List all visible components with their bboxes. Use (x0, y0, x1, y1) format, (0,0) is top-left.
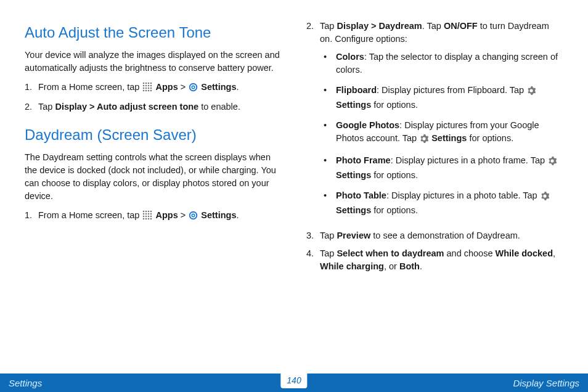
bullet-icon: • (320, 154, 336, 182)
intro-auto-adjust: Your device will analyze the images disp… (25, 49, 282, 75)
text: for options. (371, 100, 418, 110)
apps-label: Apps (155, 82, 178, 92)
gear-icon (541, 191, 549, 204)
settings-label: Settings (336, 205, 371, 215)
footer-left: Settings (9, 378, 42, 388)
text: , (553, 248, 555, 258)
text: for options. (371, 170, 418, 180)
step-body: Tap Preview to see a demonstration of Da… (320, 229, 563, 242)
page-number: 140 (280, 371, 307, 388)
option-body: Google Photos: Display pictures from you… (336, 119, 563, 147)
step-item: 4. Tap Select when to daydream and choos… (306, 247, 563, 273)
bold: While docked (496, 248, 553, 258)
apps-icon (142, 210, 152, 224)
step-item: 1. From a Home screen, tap Apps > Settin… (25, 209, 282, 224)
text: . (420, 261, 422, 271)
heading-daydream: Daydream (Screen Saver) (25, 125, 282, 146)
right-column: 2. Tap Display > Daydream. Tap ON/OFF to… (306, 20, 563, 370)
page-body: Auto Adjust the Screen Tone Your device … (0, 0, 588, 370)
bullet-icon: • (320, 189, 336, 217)
step-number: 2. (25, 100, 38, 113)
option-body: Flipboard: Display pictures from Flipboa… (336, 84, 563, 112)
separator: > (181, 210, 189, 220)
step-body: Tap Select when to daydream and choose W… (320, 247, 563, 273)
option-body: Photo Table: Display pictures in a photo… (336, 189, 563, 217)
step-number: 3. (306, 229, 320, 242)
bold: Both (399, 261, 420, 271)
step-body: From a Home screen, tap Apps > Settings. (38, 81, 282, 96)
settings-label: Settings (429, 133, 467, 143)
step-body: Tap Display > Daydream. Tap ON/OFF to tu… (320, 20, 563, 224)
option-title: Photo Frame (336, 155, 391, 165)
apps-icon (142, 82, 152, 96)
text: Tap (38, 102, 55, 112)
settings-icon (189, 83, 198, 96)
left-column: Auto Adjust the Screen Tone Your device … (25, 20, 282, 370)
apps-label: Apps (155, 210, 178, 220)
option-body: Photo Frame: Display pictures in a photo… (336, 154, 563, 182)
text: Tap (320, 21, 337, 31)
option-item: •Flipboard: Display pictures from Flipbo… (320, 84, 563, 112)
bold: Daydream (379, 21, 422, 31)
option-item: •Colors: Tap the selector to display a c… (320, 51, 563, 76)
text: and choose (444, 248, 495, 258)
daydream-options: •Colors: Tap the selector to display a c… (320, 51, 563, 217)
text: From a Home screen, tap (38, 210, 142, 220)
option-desc: : Display pictures from Flipboard. Tap (377, 85, 526, 95)
step-body: Tap Display > Auto adjust screen tone to… (38, 100, 282, 113)
footer-right: Display Settings (513, 378, 579, 388)
bullet-icon: • (320, 51, 336, 76)
text: for options. (467, 133, 513, 143)
text: . (236, 210, 239, 220)
bold: While charging (320, 261, 384, 271)
footer-bar: Settings 140 Display Settings (0, 374, 588, 392)
option-title: Flipboard (336, 85, 377, 95)
text: . (236, 82, 239, 92)
step-number: 2. (306, 20, 320, 224)
separator: > (181, 82, 189, 92)
gear-icon (527, 86, 536, 99)
heading-auto-adjust: Auto Adjust the Screen Tone (25, 22, 282, 44)
settings-icon (189, 211, 198, 224)
option-desc: : Display pictures in a photo frame. Tap (391, 155, 547, 165)
gear-icon (420, 134, 428, 147)
settings-label: Settings (336, 100, 371, 110)
separator: > (87, 102, 97, 112)
text: for options. (371, 205, 418, 215)
text: Tap (320, 248, 337, 258)
option-item: •Photo Frame: Display pictures in a phot… (320, 154, 563, 182)
bold: Preview (337, 231, 370, 240)
settings-label: Settings (201, 210, 236, 220)
option-body: Colors: Tap the selector to display a ch… (336, 51, 563, 76)
option-item: •Google Photos: Display pictures from yo… (320, 119, 563, 147)
intro-daydream: The Daydream setting controls what the s… (25, 151, 282, 203)
option-item: •Photo Table: Display pictures in a phot… (320, 189, 563, 217)
settings-label: Settings (201, 82, 236, 92)
step-item: 3. Tap Preview to see a demonstration of… (306, 229, 563, 242)
option-title: Colors (336, 52, 364, 62)
step-body: From a Home screen, tap Apps > Settings. (38, 209, 282, 224)
text: to see a demonstration of Daydream. (370, 231, 520, 240)
text: to enable. (198, 102, 240, 112)
option-desc: : Display pictures in a photo table. Tap (386, 190, 540, 200)
separator: > (369, 21, 379, 31)
step-number: 1. (25, 209, 38, 224)
steps-auto-adjust: 1. From a Home screen, tap Apps > Settin… (25, 81, 282, 113)
text: From a Home screen, tap (38, 82, 142, 92)
gear-icon (548, 156, 557, 169)
step-number: 1. (25, 81, 38, 96)
bold: ON/OFF (444, 21, 478, 31)
bold: Select when to daydream (337, 248, 444, 258)
settings-label: Settings (336, 170, 371, 180)
text: . Tap (422, 21, 444, 31)
option-desc: : Tap the selector to display a changing… (336, 52, 558, 75)
bullet-icon: • (320, 119, 336, 147)
bold: Auto adjust screen tone (97, 102, 198, 112)
bold: Display (55, 102, 87, 112)
text: , or (384, 261, 399, 271)
steps-daydream-cont: 2. Tap Display > Daydream. Tap ON/OFF to… (306, 20, 563, 273)
option-title: Photo Table (336, 190, 386, 200)
text: Tap (320, 231, 337, 240)
step-item: 2. Tap Display > Daydream. Tap ON/OFF to… (306, 20, 563, 224)
bold: Display (337, 21, 369, 31)
